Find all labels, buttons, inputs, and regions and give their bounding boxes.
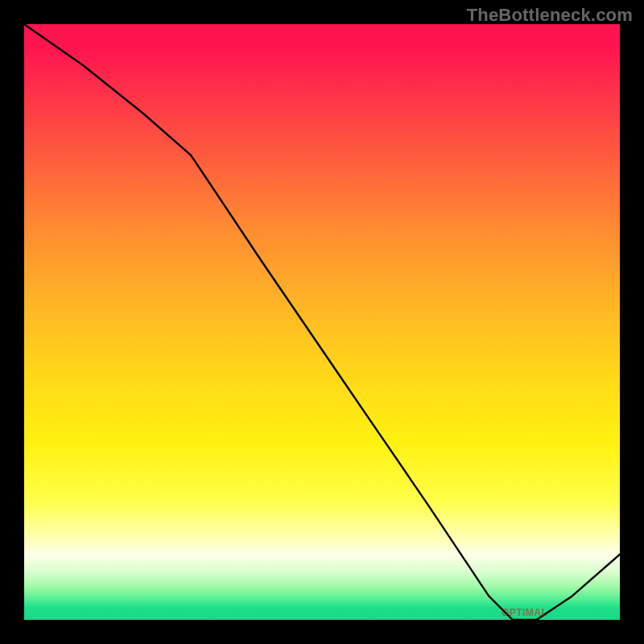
chart-frame: TheBottleneck.com OPTIMAL — [0, 0, 644, 644]
attribution-text: TheBottleneck.com — [467, 5, 633, 26]
bottleneck-curve — [24, 24, 620, 620]
optimal-label: OPTIMAL — [502, 607, 548, 618]
plot-area: OPTIMAL — [24, 24, 620, 620]
